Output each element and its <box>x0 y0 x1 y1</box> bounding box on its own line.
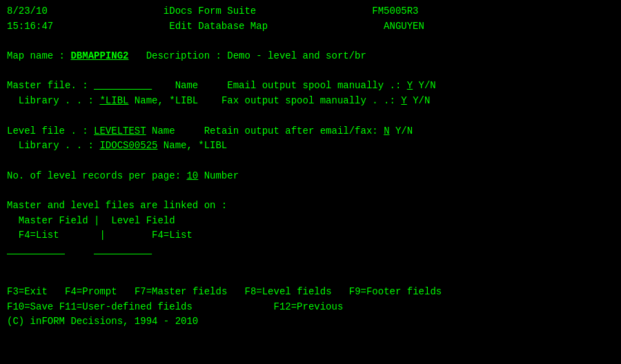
retain-yn: Y/N <box>390 125 413 136</box>
level-library-name: Name, *LIBL <box>157 140 227 151</box>
terminal-screen: 8/23/10 iDocs Form Suite FM5005R3 15:16:… <box>0 0 621 364</box>
title-line2: Edit Database Map <box>169 21 268 32</box>
level-input-field[interactable]: __________ <box>94 245 152 256</box>
level-records-number: Number <box>198 170 239 181</box>
time: 15:16:47 <box>7 21 53 32</box>
library-label: Library . . : <box>7 95 99 106</box>
level-library-value[interactable]: IDOCS00525 <box>99 140 157 151</box>
library-name-label: Name, *LIBL <box>135 95 198 106</box>
f10-key[interactable]: F10=Save <box>7 301 53 312</box>
map-name-value: DBMAPPING2 <box>70 50 128 61</box>
email-yn: Y/N <box>413 80 436 91</box>
map-name-label: Map name : <box>7 50 70 61</box>
f3-key[interactable]: F3=Exit <box>7 286 48 297</box>
date: 8/23/10 <box>7 6 48 17</box>
f11-key[interactable]: F11=User-defined fields <box>59 301 193 312</box>
master-input-field[interactable]: __________ <box>7 245 65 256</box>
f4-level[interactable]: F4=List <box>111 230 193 241</box>
function-keys-row1: F3=Exit F4=Prompt F7=Master fields F8=Le… <box>7 285 614 330</box>
fkeys-line1: F3=Exit F4=Prompt F7=Master fields F8=Le… <box>7 285 614 330</box>
title-line1: iDocs Form Suite <box>164 6 256 17</box>
level-field-label: Level Field <box>106 215 175 226</box>
level-name-label: Name <box>146 125 175 136</box>
screen-content: 8/23/10 iDocs Form Suite FM5005R3 15:16:… <box>7 4 614 303</box>
master-name-label: Name <box>175 80 199 91</box>
email-label: Email output spool manually .: <box>227 80 406 91</box>
f4-key[interactable]: F4=Prompt <box>65 286 117 297</box>
desc-label: Description : <box>146 50 228 61</box>
f9-key[interactable]: F9=Footer fields <box>349 286 442 297</box>
library-value[interactable]: *LIBL <box>99 95 128 106</box>
level-value[interactable]: LEVELTEST <box>94 125 146 136</box>
linked-label: Master and level files are linked on : <box>7 200 227 211</box>
master-field-label: Master Field <box>7 215 88 226</box>
level-label: Level file . : <box>7 125 94 136</box>
email-value: Y <box>407 80 413 91</box>
retain-value: N <box>384 125 389 136</box>
f8-key[interactable]: F8=Level fields <box>245 286 332 297</box>
desc-value: Demo - level and sort/br <box>227 50 366 61</box>
level-records-label: No. of level records per page: <box>7 170 186 181</box>
f12-key[interactable]: F12=Previous <box>273 301 343 312</box>
fax-value: Y <box>401 95 406 106</box>
fax-yn: Y/N <box>407 95 431 106</box>
f4-master[interactable]: F4=List <box>7 230 59 241</box>
app-code: FM5005R3 <box>372 6 418 17</box>
copyright: (C) inFORM Decisions, 1994 - 2010 <box>7 316 198 327</box>
master-label: Master file. : <box>7 80 94 91</box>
master-input[interactable]: __________ <box>94 80 152 91</box>
fax-label: Fax output spool manually . .: <box>221 95 401 106</box>
retain-label: Retain output after email/fax: <box>204 125 384 136</box>
user: ANGUYEN <box>384 21 424 32</box>
f7-key[interactable]: F7=Master fields <box>135 286 227 297</box>
level-library-label: Library . . : <box>7 140 99 151</box>
level-records-value[interactable]: 10 <box>186 170 198 181</box>
